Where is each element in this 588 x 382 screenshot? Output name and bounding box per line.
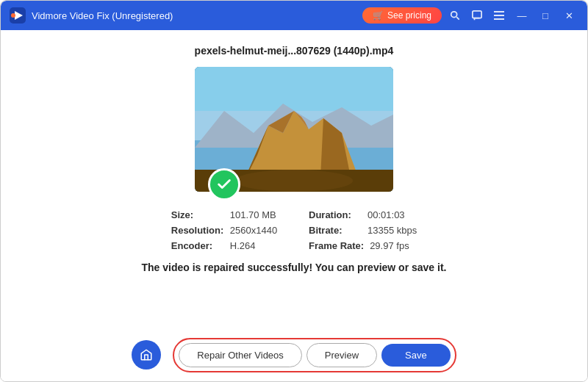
bitrate-row: Bitrate: 13355 kbps [309,225,417,236]
framerate-row: Frame Rate: 29.97 fps [309,240,417,251]
title-bar-actions: 🛒 See pricing — □ ✕ [362,6,578,25]
bottom-bar: Repair Other Videos Preview Save [1,328,587,381]
resolution-label: Resolution: [171,225,224,236]
main-content: pexels-helmut-meij...807629 (1440p).mp4 [1,30,587,328]
duration-value: 00:01:03 [368,209,405,220]
size-label: Size: [171,209,224,220]
file-info-grid: Size: 101.70 MB Duration: 00:01:03 Resol… [171,209,417,251]
framerate-value: 29.97 fps [370,240,409,251]
svg-point-3 [451,12,457,18]
resolution-row: Resolution: 2560x1440 [171,225,279,236]
encoder-value: H.264 [230,240,256,251]
svg-line-4 [456,17,459,20]
cart-icon: 🛒 [373,10,384,21]
encoder-label: Encoder: [171,240,224,251]
svg-rect-5 [473,11,481,18]
video-thumbnail-wrapper [195,67,393,192]
framerate-label: Frame Rate: [309,240,364,251]
save-button[interactable]: Save [381,344,451,367]
title-bar: Vidmore Video Fix (Unregistered) 🛒 See p… [1,1,587,30]
file-title: pexels-helmut-meij...807629 (1440p).mp4 [195,45,394,57]
size-value: 101.70 MB [230,209,276,220]
resolution-value: 2560x1440 [230,225,277,236]
success-badge [208,168,240,201]
minimize-button[interactable]: — [512,6,531,25]
svg-point-2 [11,13,15,18]
home-button[interactable] [132,340,161,370]
size-row: Size: 101.70 MB [171,209,279,220]
chat-icon-button[interactable] [468,7,486,24]
see-pricing-button[interactable]: 🛒 See pricing [362,7,442,24]
repair-other-videos-button[interactable]: Repair Other Videos [179,343,302,367]
maximize-button[interactable]: □ [536,6,555,25]
svg-point-19 [235,170,353,192]
app-title: Vidmore Video Fix (Unregistered) [32,10,362,21]
app-logo [10,7,26,24]
close-button[interactable]: ✕ [559,6,578,25]
duration-row: Duration: 00:01:03 [309,209,417,220]
action-buttons-group: Repair Other Videos Preview Save [173,338,456,372]
success-message: The video is repaired successfully! You … [142,262,447,273]
bitrate-label: Bitrate: [309,225,362,236]
duration-label: Duration: [309,209,362,220]
menu-icon-button[interactable] [490,7,508,24]
search-icon-button[interactable] [446,7,464,24]
bitrate-value: 13355 kbps [368,225,417,236]
encoder-row: Encoder: H.264 [171,240,279,251]
preview-button[interactable]: Preview [306,343,377,367]
